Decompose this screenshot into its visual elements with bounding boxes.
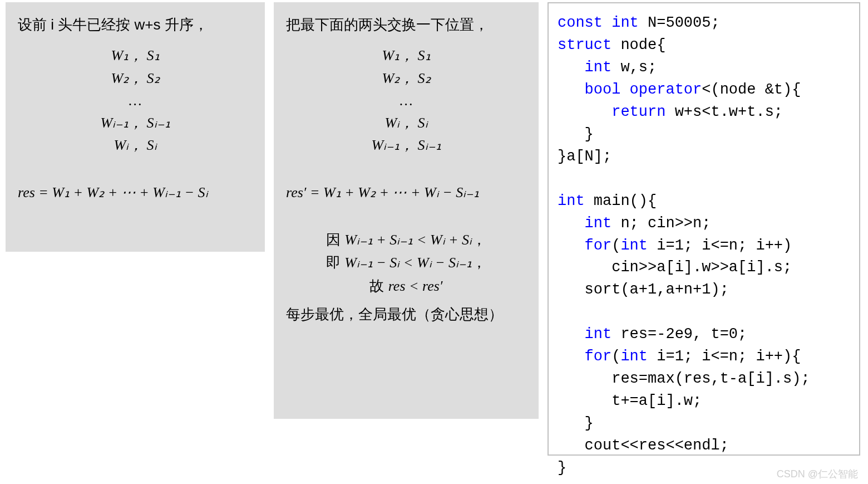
watermark: CSDN @仁公智能 [777, 467, 858, 481]
code-line-12: cin>>a[i].w>>a[i].s; [558, 259, 792, 276]
code-panel: const int N=50005; struct node{ int w,s;… [548, 2, 860, 456]
left-row-2: W₂， S₂ [18, 67, 253, 90]
mid-row-im1: Wᵢ₋₁， Sᵢ₋₁ [286, 134, 526, 157]
code-line-13: sort(a+1,a+n+1); [558, 281, 729, 298]
middle-panel: 把最下面的两头交换一下位置， W₁， S₁ W₂， S₂ … Wᵢ， Sᵢ Wᵢ… [274, 2, 539, 419]
mid-proof-3: 故 res < res′ [286, 275, 526, 297]
mid-row-i: Wᵢ， Sᵢ [286, 112, 526, 134]
left-title: 设前 i 头牛已经按 w+s 升序， [18, 13, 253, 36]
left-row-1: W₁， S₁ [18, 45, 253, 67]
code-line-1: const int N=50005; [558, 14, 720, 31]
code-line-9: int main(){ [558, 193, 657, 209]
mid-row-ellipsis: … [286, 90, 526, 112]
code-line-2: struct node{ [558, 37, 665, 53]
left-row-i: Wᵢ， Sᵢ [18, 134, 253, 157]
code-line-11: for(int i=1; i<=n; i++) [558, 237, 792, 254]
code-line-17: res=max(res,t-a[i].s); [558, 370, 810, 387]
left-result: res = W₁ + W₂ + ⋯ + Wᵢ₋₁ − Sᵢ [18, 182, 253, 204]
mid-row-2: W₂， S₂ [286, 67, 526, 90]
code-line-10: int n; cin>>n; [558, 215, 711, 232]
left-row-ellipsis: … [18, 90, 253, 112]
left-row-im1: Wᵢ₋₁， Sᵢ₋₁ [18, 112, 253, 134]
code-line-6: } [558, 126, 594, 143]
mid-title: 把最下面的两头交换一下位置， [286, 13, 526, 36]
code-line-3: int w,s; [558, 59, 657, 76]
left-panel: 设前 i 头牛已经按 w+s 升序， W₁， S₁ W₂， S₂ … Wᵢ₋₁，… [6, 2, 265, 252]
code-line-20: cout<<res<<endl; [558, 437, 729, 454]
mid-proof-1: 因 Wᵢ₋₁ + Sᵢ₋₁ < Wᵢ + Sᵢ， [286, 228, 526, 251]
code-line-18: t+=a[i].w; [558, 393, 702, 409]
code-line-16: for(int i=1; i<=n; i++){ [558, 348, 801, 365]
code-line-5: return w+s<t.w+t.s; [558, 104, 783, 120]
mid-result: res′ = W₁ + W₂ + ⋯ + Wᵢ − Sᵢ₋₁ [286, 182, 526, 204]
mid-conclusion: 每步最优，全局最优（贪心思想） [286, 303, 526, 325]
code-line-15: int res=-2e9, t=0; [558, 326, 747, 343]
code-line-4: bool operator<(node &t){ [558, 81, 801, 98]
code-line-19: } [558, 415, 594, 432]
code-line-21: } [558, 459, 566, 476]
mid-proof-2: 即 Wᵢ₋₁ − Sᵢ < Wᵢ − Sᵢ₋₁， [286, 251, 526, 274]
code-line-7: }a[N]; [558, 148, 611, 165]
mid-row-1: W₁， S₁ [286, 45, 526, 67]
